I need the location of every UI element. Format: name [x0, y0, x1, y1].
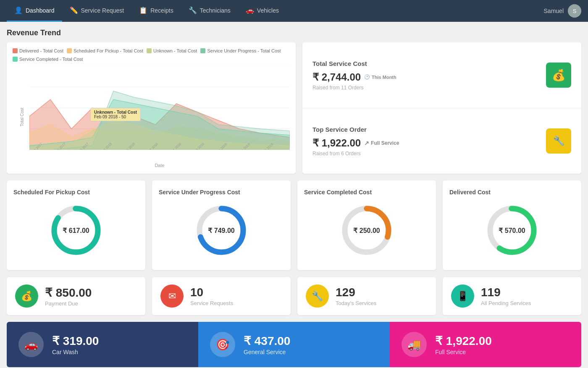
stat-label-0: Payment Due [45, 300, 92, 307]
chart-wrap: Total Cost 400 300 200 100 0 [13, 66, 290, 168]
bottom-card-0: 🚗 ₹ 319.00 Car Wash [7, 322, 198, 367]
donut-amount-0: ₹ 617.00 [63, 227, 89, 235]
stat-icon-0: 💰 [15, 284, 38, 308]
legend-delivered: Delivered - Total Cost [13, 48, 63, 53]
chart-legend: Delivered - Total Cost Scheduled For Pic… [13, 48, 290, 62]
cost-row: Scheduled For Pickup Cost ₹ 617.00 Servi… [7, 180, 581, 270]
stat-info-3: 119 All Pending Services [481, 286, 531, 306]
cost-card-3: Delivered Cost ₹ 570.00 [443, 180, 581, 270]
x-axis-label: Date [29, 163, 290, 168]
nav-right: Samuel S [544, 4, 581, 18]
bottom-icon-0: 🚗 [18, 332, 44, 357]
stat-number-0: ₹ 850.00 [45, 286, 92, 300]
cost-title-1: Service Under Progress Cost [159, 189, 240, 196]
total-service-info: Total Service Cost ₹ 2,744.00 🕐 This Mon… [312, 60, 396, 91]
stat-label-2: Today's Services [336, 300, 376, 306]
bottom-amount-2: ₹ 1,922.00 [435, 334, 492, 348]
cost-title-3: Delivered Cost [449, 189, 491, 196]
donut-2: ₹ 250.00 [339, 203, 394, 258]
nav-item-receipts[interactable]: 📋 Receipts [131, 0, 181, 22]
technicians-icon: 🔧 [189, 6, 197, 14]
total-service-cost-card: Total Service Cost ₹ 2,744.00 🕐 This Mon… [302, 42, 581, 108]
dashboard-icon: 👤 [14, 6, 23, 14]
nav-avatar[interactable]: S [568, 4, 581, 18]
stat-info-1: 10 Service Requests [190, 286, 233, 306]
top-service-info: Top Service Order ₹ 1,922.00 ↗ Full Serv… [312, 126, 399, 157]
bottom-info-2: ₹ 1,922.00 Full Service [435, 334, 492, 355]
chart-svg: 400 300 200 100 0 [29, 66, 290, 150]
top-row: Delivered - Total Cost Scheduled For Pic… [7, 42, 581, 174]
cost-title-0: Scheduled For Pickup Cost [13, 189, 90, 196]
legend-completed: Service Completed - Total Cost [13, 57, 83, 62]
stat-info-2: 129 Today's Services [336, 286, 376, 306]
bottom-label-1: General Service [244, 349, 290, 355]
stat-card-2: 🔧 129 Today's Services [297, 277, 436, 315]
stat-number-1: 10 [190, 286, 233, 299]
bottom-icon-2: 🚚 [402, 332, 427, 357]
stat-number-2: 129 [336, 286, 376, 299]
top-service-type: Full Service [371, 140, 399, 146]
nav-item-vehicles[interactable]: 🚗 Vehicles [238, 0, 286, 22]
bottom-row: 🚗 ₹ 319.00 Car Wash 🎯 ₹ 437.00 General S… [7, 322, 581, 367]
cost-title-2: Service Completed Cost [304, 189, 372, 196]
chart-card: Delivered - Total Cost Scheduled For Pic… [7, 42, 296, 174]
nav-item-technicians[interactable]: 🔧 Technicians [181, 0, 238, 22]
y-axis-label: Total Cost [20, 107, 24, 126]
top-service-sub: Raised from 6 Orders [312, 151, 399, 157]
bottom-amount-0: ₹ 319.00 [52, 334, 99, 348]
navbar: 👤 Dashboard ✏️ Service Request 📋 Receipt… [0, 0, 588, 22]
donut-3: ₹ 570.00 [485, 203, 539, 258]
cost-card-1: Service Under Progress Cost ₹ 749.00 [152, 180, 291, 270]
top-service-amount: ₹ 1,922.00 [312, 137, 361, 149]
nav-username: Samuel [544, 8, 564, 14]
total-service-icon: 💰 [546, 63, 571, 88]
stats-row: 💰 ₹ 850.00 Payment Due ✉ 10 Service Requ… [7, 277, 581, 315]
bottom-card-1: 🎯 ₹ 437.00 General Service [198, 322, 390, 367]
nav-items: 👤 Dashboard ✏️ Service Request 📋 Receipt… [7, 0, 544, 22]
page-title: Revenue Trend [7, 29, 581, 37]
stat-card-0: 💰 ₹ 850.00 Payment Due [7, 277, 145, 315]
cost-card-2: Service Completed Cost ₹ 250.00 [297, 180, 436, 270]
legend-unknown: Unknown - Total Cost [147, 48, 197, 53]
bottom-card-2: 🚚 ₹ 1,922.00 Full Service [390, 322, 581, 367]
stat-label-1: Service Requests [190, 300, 233, 306]
stat-card-1: ✉ 10 Service Requests [152, 277, 291, 315]
bottom-label-0: Car Wash [52, 349, 99, 355]
vehicles-icon: 🚗 [246, 6, 254, 14]
service-request-icon: ✏️ [70, 6, 78, 14]
donut-amount-2: ₹ 250.00 [353, 227, 380, 235]
legend-scheduled: Scheduled For Pickup - Total Cost [67, 48, 143, 53]
top-service-order-card: Top Service Order ₹ 1,922.00 ↗ Full Serv… [302, 108, 581, 174]
donut-amount-3: ₹ 570.00 [499, 227, 525, 235]
stat-number-3: 119 [481, 286, 531, 299]
total-service-amount: ₹ 2,744.00 [312, 71, 361, 83]
bottom-amount-1: ₹ 437.00 [244, 334, 290, 348]
bottom-label-2: Full Service [435, 349, 492, 355]
stat-icon-2: 🔧 [306, 284, 329, 308]
nav-item-service-request[interactable]: ✏️ Service Request [62, 0, 132, 22]
top-service-icon: 🔧 [546, 128, 571, 154]
bottom-info-0: ₹ 319.00 Car Wash [52, 334, 99, 355]
donut-amount-1: ₹ 749.00 [208, 227, 234, 235]
total-service-sub: Raised from 11 Orders [312, 85, 396, 91]
nav-item-dashboard[interactable]: 👤 Dashboard [7, 0, 62, 22]
donut-0: ₹ 617.00 [49, 203, 103, 258]
donut-1: ₹ 749.00 [194, 203, 249, 258]
bottom-icon-1: 🎯 [210, 332, 235, 357]
stat-icon-3: 📱 [451, 284, 474, 308]
legend-under-progress: Service Under Progress - Total Cost [200, 48, 281, 53]
stat-icon-1: ✉ [160, 284, 184, 308]
bottom-info-1: ₹ 437.00 General Service [244, 334, 290, 355]
main-content: Revenue Trend Delivered - Total Cost Sch… [0, 22, 588, 368]
cost-card-0: Scheduled For Pickup Cost ₹ 617.00 [7, 180, 145, 270]
right-cards: Total Service Cost ₹ 2,744.00 🕐 This Mon… [302, 42, 581, 174]
stat-card-3: 📱 119 All Pending Services [443, 277, 581, 315]
stat-info-0: ₹ 850.00 Payment Due [45, 286, 92, 307]
stat-label-3: All Pending Services [481, 300, 531, 306]
month-badge: 🕐 This Month [364, 74, 396, 80]
receipts-icon: 📋 [139, 6, 147, 14]
